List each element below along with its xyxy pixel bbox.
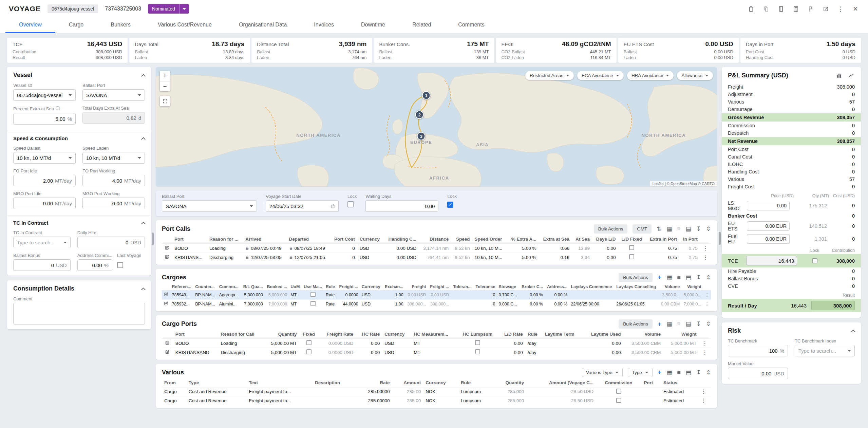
collapse-chevron-icon[interactable] <box>141 287 146 292</box>
columns-icon[interactable]: ▦ <box>666 370 672 375</box>
journal-icon[interactable] <box>777 5 785 13</box>
row-menu-icon[interactable]: ⋮ <box>700 244 711 253</box>
fullscreen-button[interactable] <box>160 96 170 106</box>
status-badge[interactable]: Nominated <box>148 4 189 14</box>
column-header[interactable]: Fixed <box>299 330 319 339</box>
column-header[interactable]: Extra at Sea <box>539 235 572 244</box>
speed-laden-select[interactable]: 10 kn, 10 MT/d <box>82 152 145 164</box>
commission-checkbox[interactable] <box>616 398 621 403</box>
allowance-chip[interactable]: Allowance <box>677 71 713 80</box>
edit-row-icon[interactable] <box>162 253 172 262</box>
type-select[interactable]: Type <box>628 368 652 377</box>
clipboard-icon[interactable] <box>747 5 755 13</box>
tce-input[interactable]: 16,443 <box>746 256 797 265</box>
mgo-port-idle-input[interactable]: 0.00MT/day <box>13 198 76 209</box>
waiting-days-input[interactable]: 0.00 <box>365 200 438 212</box>
column-header[interactable]: HC Lumpsum <box>457 330 498 339</box>
collapse-icon[interactable]: ⇕ <box>706 275 711 280</box>
collapse-icon[interactable]: ⇕ <box>706 321 711 327</box>
filter-icon[interactable]: ≡ <box>677 226 681 232</box>
close-icon[interactable]: × <box>852 5 859 13</box>
tab-organisational-data[interactable]: Organisational Data <box>225 18 300 33</box>
mgo-port-working-input[interactable]: 0.00MT/day <box>82 198 145 209</box>
filter-icon[interactable]: ≡ <box>677 370 681 375</box>
fo-port-working-input[interactable]: 4.00MT/day <box>82 175 145 186</box>
column-header[interactable]: Description <box>313 378 355 387</box>
row-menu-icon[interactable]: ⋮ <box>697 396 711 405</box>
column-header[interactable]: Departed <box>287 235 330 244</box>
fixed-checkbox[interactable] <box>306 349 312 354</box>
column-header[interactable]: Port Cost <box>330 235 357 244</box>
column-header[interactable]: Amount (Voyage C... <box>526 378 596 387</box>
columns-icon[interactable]: ▦ <box>666 226 672 232</box>
zoom-out-button[interactable]: − <box>160 81 170 91</box>
column-header[interactable]: Distance <box>419 235 451 244</box>
download-icon[interactable]: ↧ <box>696 275 701 280</box>
tc-in-contract-search[interactable]: Type to search... <box>13 237 71 248</box>
column-header[interactable]: UoM <box>289 283 302 291</box>
column-header[interactable]: Weight <box>663 330 699 339</box>
collapse-chevron-icon[interactable] <box>851 330 855 334</box>
row-menu-icon[interactable]: ⋮ <box>703 290 711 299</box>
copy-icon[interactable] <box>762 5 770 13</box>
address-commission-input[interactable]: 0.00% <box>77 259 112 271</box>
market-value-input[interactable]: 0.00USD <box>728 368 788 379</box>
commission-checkbox[interactable] <box>616 389 621 394</box>
column-header[interactable]: Broker C... <box>519 283 545 291</box>
open-in-new-icon[interactable] <box>822 5 829 13</box>
eu-ets-price-input[interactable]: 0.00 EUR <box>747 221 790 231</box>
column-header[interactable]: Rule <box>525 330 543 339</box>
column-header[interactable]: Handling C... <box>384 235 419 244</box>
column-header[interactable]: Booked ... <box>265 283 289 291</box>
filter-icon[interactable]: ≡ <box>677 275 681 280</box>
edit-row-icon[interactable] <box>162 339 173 348</box>
column-header[interactable]: L/D Rate <box>498 330 525 339</box>
add-icon[interactable]: + <box>658 369 662 376</box>
rows-icon[interactable]: ▤ <box>685 370 691 375</box>
column-header[interactable]: HC Rate <box>356 330 382 339</box>
vessel-select[interactable]: 0675d4ajoug-vessel <box>13 89 76 101</box>
various-type-select[interactable]: Various Type <box>582 368 623 377</box>
comment-textarea[interactable] <box>13 303 145 324</box>
column-header[interactable]: Laytime Used <box>583 330 623 339</box>
waiting-days-lock-checkbox[interactable]: ✓ <box>447 202 453 208</box>
add-icon[interactable]: + <box>658 274 662 281</box>
hra-avoidance-chip[interactable]: HRA Avoidance <box>627 71 674 80</box>
ballast-port-select[interactable]: SAVONA <box>162 200 257 212</box>
column-header[interactable]: Volume <box>659 283 681 291</box>
zoom-in-button[interactable]: + <box>160 71 170 81</box>
column-header[interactable]: Currency <box>423 378 458 387</box>
tab-downtime[interactable]: Downtime <box>347 18 399 33</box>
column-header[interactable]: Port <box>173 330 219 339</box>
world-map[interactable] <box>156 67 717 186</box>
tab-bunkers[interactable]: Bunkers <box>97 18 144 33</box>
external-link-icon[interactable] <box>28 83 32 88</box>
percent-extra-input[interactable]: 5.00% <box>13 113 76 125</box>
restricted-areas-chip[interactable]: Restricted Areas <box>525 71 574 80</box>
column-header[interactable]: Weight <box>681 283 703 291</box>
trend-chart-icon[interactable] <box>847 72 855 79</box>
edit-row-icon[interactable] <box>162 348 173 357</box>
column-header[interactable]: Exchan... <box>382 283 405 291</box>
column-header[interactable]: Volume <box>623 330 663 339</box>
column-header[interactable]: Freight <box>405 283 428 291</box>
column-header[interactable]: Laydays Cancelling <box>615 283 659 291</box>
column-header[interactable]: Counter... <box>193 283 218 291</box>
edit-row-icon[interactable] <box>162 244 172 253</box>
download-icon[interactable]: ↧ <box>696 321 701 327</box>
rows-icon[interactable]: ▤ <box>685 275 691 280</box>
column-header[interactable]: Quantity <box>263 330 299 339</box>
ballast-port-select[interactable]: SAVONA <box>82 89 145 101</box>
column-header[interactable]: At Sea <box>572 235 592 244</box>
route-marker-1[interactable]: 1 <box>422 91 431 100</box>
column-header[interactable]: Stowage <box>497 283 520 291</box>
bar-chart-icon[interactable] <box>835 72 843 79</box>
tab-overview[interactable]: Overview <box>5 18 55 33</box>
bulk-actions-button[interactable]: Bulk Actions <box>594 224 628 234</box>
column-header[interactable]: Commission <box>596 378 641 387</box>
daily-hire-input[interactable]: 0USD <box>77 237 145 248</box>
column-header[interactable]: Laydays Commence <box>569 283 615 291</box>
rows-icon[interactable]: ▤ <box>685 321 691 327</box>
column-header[interactable]: Extra in Port <box>645 235 679 244</box>
speed-ballast-select[interactable]: 10 kn, 10 MT/d <box>13 152 76 164</box>
